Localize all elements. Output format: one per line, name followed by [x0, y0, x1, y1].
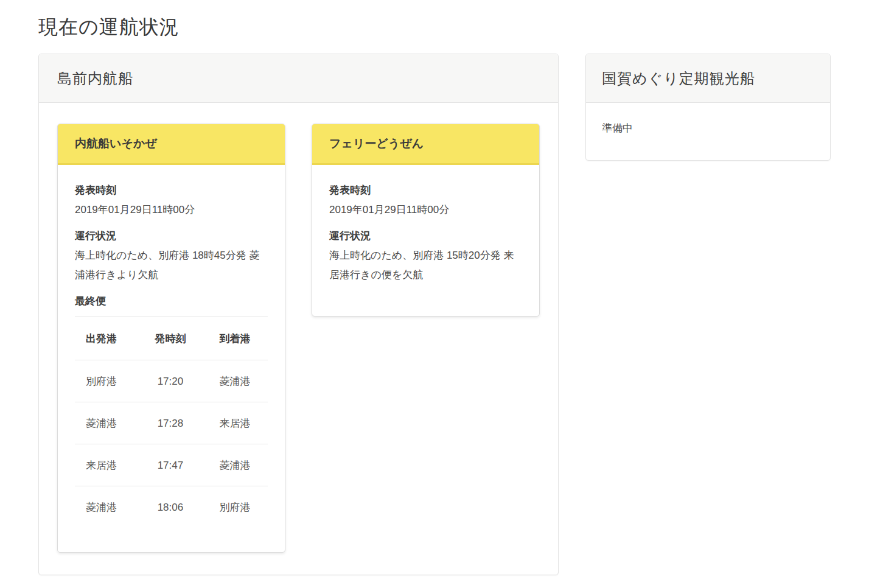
- table-row: 別府港 17:20 菱浦港: [75, 360, 268, 402]
- published-time-label: 発表時刻: [329, 181, 522, 200]
- published-time-label: 発表時刻: [75, 181, 268, 200]
- ship-card-ferry-dozen: フェリーどうぜん 発表時刻 2019年01月29日11時00分 運行状況 海上時…: [312, 124, 540, 317]
- ship-card-isokaze: 内航船いそかぜ 発表時刻 2019年01月29日11時00分 運行状況 海上時化…: [57, 124, 285, 553]
- ship-card-ferry-dozen-body: 発表時刻 2019年01月29日11時00分 運行状況 海上時化のため、別府港 …: [312, 165, 539, 316]
- table-row: 来居港 17:47 菱浦港: [75, 444, 268, 486]
- published-time-value: 2019年01月29日11時00分: [329, 200, 522, 220]
- dozen-naikosen-panel-body: 内航船いそかぜ 発表時刻 2019年01月29日11時00分 運行状況 海上時化…: [39, 103, 558, 575]
- departure-time-cell: 17:47: [139, 444, 203, 486]
- arrival-port-cell: 別府港: [202, 486, 268, 528]
- published-time-value: 2019年01月29日11時00分: [75, 200, 268, 220]
- last-service-table: 出発港 発時刻 到着港 別府港 17:20 菱浦港: [75, 317, 268, 528]
- col-departure-port: 出発港: [75, 317, 139, 360]
- arrival-port-cell: 菱浦港: [202, 360, 268, 402]
- departure-port-cell: 菱浦港: [75, 486, 139, 528]
- table-row: 菱浦港 17:28 来居港: [75, 402, 268, 444]
- table-row: 菱浦港 18:06 別府港: [75, 486, 268, 528]
- departure-port-cell: 来居港: [75, 444, 139, 486]
- kuniga-sightseeing-panel-title: 国賀めぐり定期観光船: [586, 54, 830, 103]
- departure-time-cell: 17:20: [139, 360, 203, 402]
- last-service-label: 最終便: [75, 292, 268, 311]
- main-row: 島前内航船 内航船いそかぜ 発表時刻 2019年01月29日11時00分 運行状…: [38, 54, 831, 575]
- departure-port-cell: 菱浦港: [75, 402, 139, 444]
- arrival-port-cell: 来居港: [202, 402, 268, 444]
- ship-card-ferry-dozen-title: フェリーどうぜん: [312, 124, 539, 165]
- ship-card-isokaze-body: 発表時刻 2019年01月29日11時00分 運行状況 海上時化のため、別府港 …: [58, 165, 285, 552]
- departure-port-cell: 別府港: [75, 360, 139, 402]
- dozen-naikosen-panel: 島前内航船 内航船いそかぜ 発表時刻 2019年01月29日11時00分 運行状…: [38, 54, 559, 575]
- operation-status-label: 運行状況: [75, 226, 268, 246]
- operation-status-page: 現在の運航状況 島前内航船 内航船いそかぜ 発表時刻 2019年01月29日11…: [0, 0, 869, 588]
- preparation-status-text: 準備中: [602, 122, 633, 134]
- kuniga-sightseeing-panel: 国賀めぐり定期観光船 準備中: [585, 54, 831, 161]
- last-service-header-row: 出発港 発時刻 到着港: [75, 317, 268, 360]
- operation-status-label: 運行状況: [329, 226, 522, 246]
- dozen-naikosen-panel-title: 島前内航船: [39, 54, 558, 103]
- col-departure-time: 発時刻: [139, 317, 203, 360]
- departure-time-cell: 17:28: [139, 402, 203, 444]
- operation-status-value: 海上時化のため、別府港 18時45分発 菱浦港行きより欠航: [75, 246, 268, 285]
- col-arrival-port: 到着港: [202, 317, 268, 360]
- arrival-port-cell: 菱浦港: [202, 444, 268, 486]
- departure-time-cell: 18:06: [139, 486, 203, 528]
- page-title: 現在の運航状況: [38, 13, 831, 41]
- ship-card-isokaze-title: 内航船いそかぜ: [58, 124, 285, 165]
- kuniga-sightseeing-panel-body: 準備中: [586, 103, 830, 160]
- operation-status-value: 海上時化のため、別府港 15時20分発 来居港行きの便を欠航: [329, 246, 522, 285]
